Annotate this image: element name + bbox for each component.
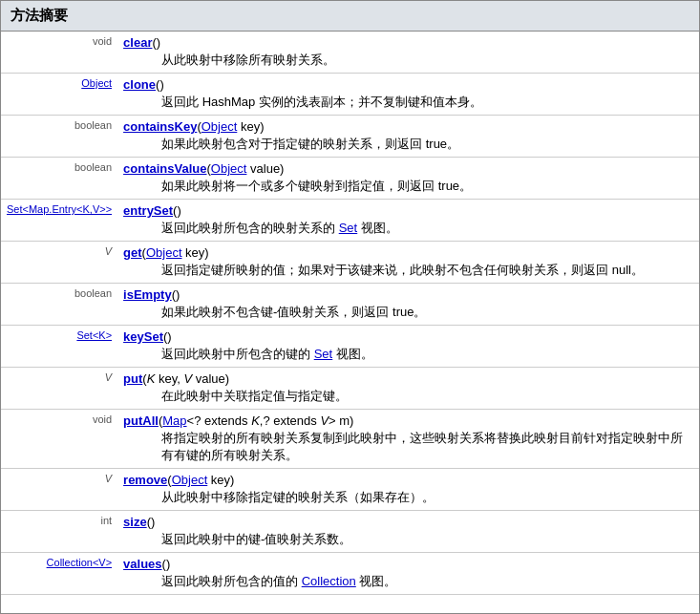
return-type-link[interactable]: Object (81, 77, 112, 89)
return-type-label: boolean (74, 161, 112, 173)
method-name-link[interactable]: containsValue (123, 161, 206, 176)
param-type-link[interactable]: Object (146, 245, 182, 260)
return-type-cell: void (1, 410, 117, 469)
table-row: Set<Map.Entry<K,V>> entrySet() 返回此映射所包含的… (1, 200, 699, 242)
method-description: 返回此映射所包含的值的 Collection 视图。 (123, 571, 693, 590)
method-description: 从此映射中移除指定键的映射关系（如果存在）。 (123, 487, 693, 506)
method-description: 如果此映射包含对于指定键的映射关系，则返回 true。 (123, 134, 693, 153)
table-row: Set<K> keySet() 返回此映射中所包含的键的 Set 视图。 (1, 326, 699, 368)
method-params: (K key, V value) (142, 371, 229, 386)
return-type-cell: V (1, 368, 117, 410)
return-type-label: int (100, 515, 112, 526)
param-type-link[interactable]: Object (202, 119, 238, 134)
method-name-link[interactable]: clear (123, 35, 152, 50)
table-row: void clear() 从此映射中移除所有映射关系。 (1, 32, 699, 74)
return-type-label: V (105, 245, 112, 257)
method-content-cell: clear() 从此映射中移除所有映射关系。 (117, 32, 699, 74)
method-signature: clear() (123, 35, 693, 50)
return-type-cell: Collection<V> (1, 553, 117, 595)
method-name-link[interactable]: entrySet (123, 203, 173, 218)
return-type-link[interactable]: Set<Map.Entry<K,V>> (7, 203, 112, 215)
table-row: boolean isEmpty() 如果此映射不包含键-值映射关系，则返回 tr… (1, 284, 699, 326)
method-name-link[interactable]: remove (123, 473, 167, 487)
method-signature: get(Object key) (123, 245, 693, 260)
method-description: 返回此映射所包含的映射关系的 Set 视图。 (123, 218, 693, 237)
method-name-link[interactable]: containsKey (123, 119, 197, 134)
method-description: 返回此映射中的键-值映射关系数。 (123, 529, 693, 548)
method-signature: isEmpty() (123, 287, 693, 302)
method-params: () (172, 287, 180, 302)
method-content-cell: remove(Object key) 从此映射中移除指定键的映射关系（如果存在）… (117, 469, 699, 511)
return-type-link[interactable]: Collection<V> (47, 557, 113, 568)
table-row: void putAll(Map<? extends K,? extends V>… (1, 410, 699, 469)
method-description: 从此映射中移除所有映射关系。 (123, 50, 693, 69)
method-name-link[interactable]: values (123, 557, 161, 571)
method-signature: putAll(Map<? extends K,? extends V> m) (123, 413, 693, 428)
method-signature: containsKey(Object key) (123, 119, 693, 134)
method-params: () (162, 557, 171, 571)
return-type-cell: Object (1, 74, 117, 116)
table-row: V get(Object key) 返回指定键所映射的值；如果对于该键来说，此映… (1, 242, 699, 284)
table-row: V remove(Object key) 从此映射中移除指定键的映射关系（如果存… (1, 469, 699, 511)
method-name-link[interactable]: putAll (123, 413, 159, 428)
set-link[interactable]: Set (339, 221, 358, 235)
return-type-cell: V (1, 242, 117, 284)
return-type-cell: int (1, 511, 117, 553)
method-params: (Object key) (197, 119, 264, 134)
method-params: () (147, 515, 156, 529)
method-params: (Object value) (207, 161, 285, 176)
return-type-label: V (105, 473, 112, 484)
method-content-cell: containsValue(Object value) 如果此映射将一个或多个键… (117, 158, 699, 200)
method-content-cell: values() 返回此映射所包含的值的 Collection 视图。 (117, 553, 699, 595)
method-description: 返回指定键所映射的值；如果对于该键来说，此映射不包含任何映射关系，则返回 nul… (123, 260, 693, 279)
method-content-cell: entrySet() 返回此映射所包含的映射关系的 Set 视图。 (117, 200, 699, 242)
method-table: void clear() 从此映射中移除所有映射关系。 Object clone… (1, 32, 699, 595)
return-type-label: void (93, 413, 112, 425)
param-type-link[interactable]: Object (172, 473, 208, 487)
method-content-cell: keySet() 返回此映射中所包含的键的 Set 视图。 (117, 326, 699, 368)
method-content-cell: containsKey(Object key) 如果此映射包含对于指定键的映射关… (117, 116, 699, 158)
method-content-cell: put(K key, V value) 在此映射中关联指定值与指定键。 (117, 368, 699, 410)
method-signature: clone() (123, 77, 693, 92)
return-type-label: boolean (74, 119, 112, 131)
method-name-link[interactable]: keySet (123, 329, 163, 344)
return-type-cell: boolean (1, 284, 117, 326)
method-params: () (156, 77, 164, 92)
method-params: () (152, 35, 160, 50)
method-name-link[interactable]: put (123, 371, 142, 386)
method-name-link[interactable]: size (123, 515, 147, 529)
return-type-label: V (105, 371, 112, 383)
method-description: 返回此映射中所包含的键的 Set 视图。 (123, 344, 693, 363)
param-type-link[interactable]: Map (162, 413, 186, 428)
method-name-link[interactable]: get (123, 245, 142, 260)
method-content-cell: size() 返回此映射中的键-值映射关系数。 (117, 511, 699, 553)
method-params: () (173, 203, 181, 218)
table-row: boolean containsKey(Object key) 如果此映射包含对… (1, 116, 699, 158)
method-signature: keySet() (123, 329, 693, 344)
method-params: (Object key) (167, 473, 234, 487)
set-link[interactable]: Set (314, 347, 333, 361)
return-type-cell: void (1, 32, 117, 74)
method-signature: remove(Object key) (123, 473, 693, 487)
method-description: 将指定映射的所有映射关系复制到此映射中，这些映射关系将替换此映射目前针对指定映射… (123, 428, 693, 464)
return-type-cell: boolean (1, 116, 117, 158)
return-type-cell: Set<K> (1, 326, 117, 368)
table-row: V put(K key, V value) 在此映射中关联指定值与指定键。 (1, 368, 699, 410)
method-signature: size() (123, 515, 693, 529)
return-type-label: void (93, 35, 112, 47)
method-description: 如果此映射将一个或多个键映射到指定值，则返回 true。 (123, 176, 693, 195)
method-name-link[interactable]: clone (123, 77, 156, 92)
table-row: Object clone() 返回此 HashMap 实例的浅表副本；并不复制键… (1, 74, 699, 116)
method-name-link[interactable]: isEmpty (123, 287, 172, 302)
method-content-cell: isEmpty() 如果此映射不包含键-值映射关系，则返回 true。 (117, 284, 699, 326)
return-type-cell: Set<Map.Entry<K,V>> (1, 200, 117, 242)
return-type-link[interactable]: Set<K> (76, 329, 112, 341)
param-type-link[interactable]: Object (211, 161, 247, 176)
method-params: (Object key) (142, 245, 209, 260)
method-signature: values() (123, 557, 693, 571)
method-signature: entrySet() (123, 203, 693, 218)
method-description: 返回此 HashMap 实例的浅表副本；并不复制键和值本身。 (123, 92, 693, 111)
return-type-cell: V (1, 469, 117, 511)
method-signature: containsValue(Object value) (123, 161, 693, 176)
collection-link[interactable]: Collection (302, 574, 356, 588)
